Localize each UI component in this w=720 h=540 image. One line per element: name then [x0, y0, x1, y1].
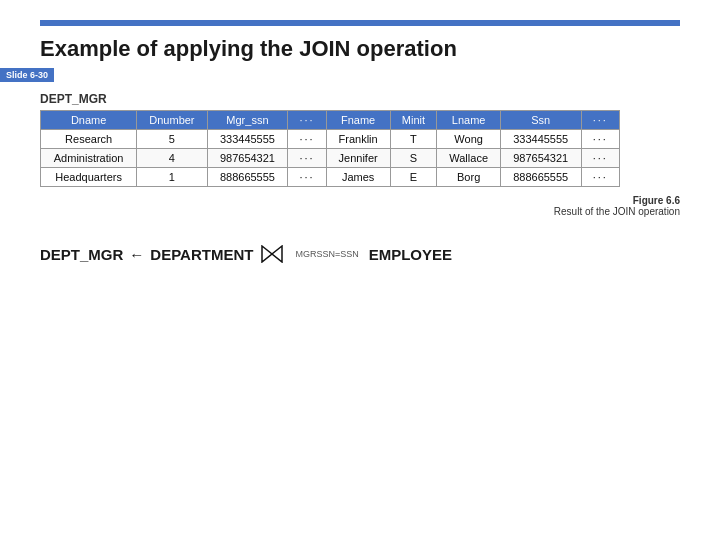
slide-number-badge: Slide 6-30: [0, 68, 54, 82]
table-cell: 5: [137, 130, 207, 149]
table-cell: 888665555: [207, 168, 288, 187]
table-cell: ···: [288, 168, 326, 187]
table-header-cell: Mgr_ssn: [207, 111, 288, 130]
table-cell: ···: [581, 149, 619, 168]
dept-mgr-table: DnameDnumberMgr_ssn···FnameMinitLnameSsn…: [40, 110, 620, 187]
table-cell: Administration: [41, 149, 137, 168]
table-cell: 333445555: [207, 130, 288, 149]
formula-left: DEPT_MGR: [40, 246, 123, 263]
table-cell: Jennifer: [326, 149, 390, 168]
table-header-row: DnameDnumberMgr_ssn···FnameMinitLnameSsn…: [41, 111, 620, 130]
figure-description: Result of the JOIN operation: [554, 206, 680, 217]
table-header-cell: ···: [288, 111, 326, 130]
table-cell: ···: [581, 130, 619, 149]
table-row: Headquarters1888665555···JamesEBorg88866…: [41, 168, 620, 187]
table-cell: Franklin: [326, 130, 390, 149]
slide-title: Example of applying the JOIN operation: [40, 36, 680, 62]
table-cell: S: [390, 149, 437, 168]
join-bowtie-icon: [261, 245, 283, 263]
table-cell: E: [390, 168, 437, 187]
table-row: Research5333445555···FranklinTWong333445…: [41, 130, 620, 149]
table-cell: Wong: [437, 130, 500, 149]
formula-table2: EMPLOYEE: [369, 246, 452, 263]
table-cell: 987654321: [207, 149, 288, 168]
table-cell: 1: [137, 168, 207, 187]
table-cell: ···: [288, 130, 326, 149]
slide-container: Example of applying the JOIN operation S…: [0, 0, 720, 540]
table-header-cell: Dname: [41, 111, 137, 130]
table-cell: Research: [41, 130, 137, 149]
top-divider-bar: [40, 20, 680, 26]
table-header-cell: Ssn: [500, 111, 581, 130]
table-cell: 4: [137, 149, 207, 168]
table-cell: 333445555: [500, 130, 581, 149]
svg-marker-0: [262, 246, 272, 262]
table-label: DEPT_MGR: [40, 92, 680, 106]
table-cell: T: [390, 130, 437, 149]
figure-caption: Figure 6.6 Result of the JOIN operation: [40, 195, 680, 217]
table-cell: Borg: [437, 168, 500, 187]
table-cell: ···: [288, 149, 326, 168]
table-cell: Headquarters: [41, 168, 137, 187]
table-cell: James: [326, 168, 390, 187]
table-header-cell: Minit: [390, 111, 437, 130]
table-header-cell: Fname: [326, 111, 390, 130]
table-cell: 888665555: [500, 168, 581, 187]
formula-arrow: ←: [129, 246, 144, 263]
table-header-cell: Lname: [437, 111, 500, 130]
table-cell: Wallace: [437, 149, 500, 168]
table-header-cell: Dnumber: [137, 111, 207, 130]
formula-table1: DEPARTMENT: [150, 246, 253, 263]
table-row: Administration4987654321···JenniferSWall…: [41, 149, 620, 168]
bottom-formula: DEPT_MGR ← DEPARTMENT MGRSSN=SSN EMPLOYE…: [40, 245, 680, 263]
formula-join-condition: MGRSSN=SSN: [295, 249, 358, 259]
figure-label: Figure 6.6: [633, 195, 680, 206]
table-cell: 987654321: [500, 149, 581, 168]
svg-marker-1: [272, 246, 282, 262]
table-cell: ···: [581, 168, 619, 187]
table-header-cell: ···: [581, 111, 619, 130]
